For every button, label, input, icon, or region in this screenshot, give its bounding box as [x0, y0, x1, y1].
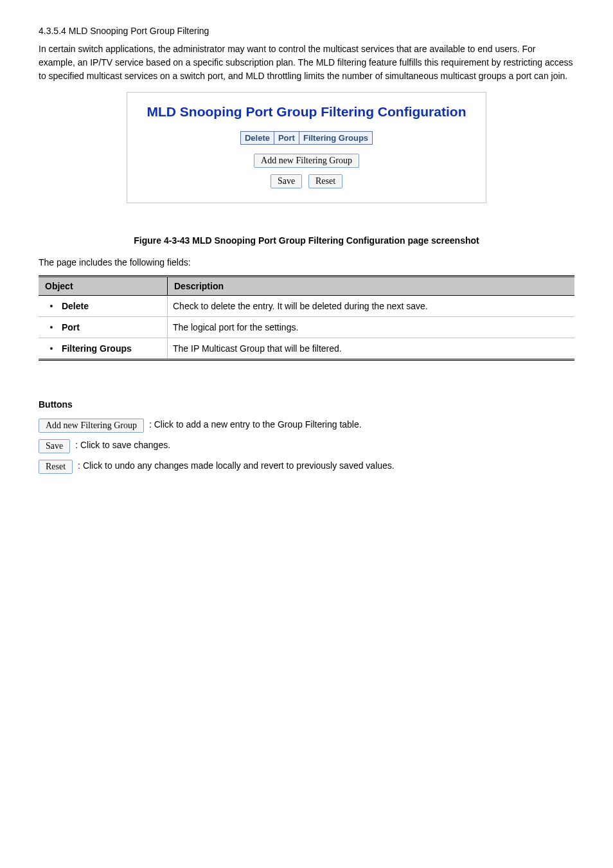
table-row: • Port The logical port for the settings…: [39, 317, 574, 338]
object-name: Filtering Groups: [62, 343, 132, 354]
button-explain-text: : Click to undo any changes made locally…: [78, 460, 395, 471]
section-number: 4.3.5.4: [39, 26, 66, 36]
button-explain-row: Save : Click to save changes.: [39, 439, 574, 453]
config-panel: MLD Snooping Port Group Filtering Config…: [127, 92, 486, 203]
description-table: Object Description • Delete Check to del…: [39, 275, 574, 361]
reset-button[interactable]: Reset: [308, 174, 342, 188]
buttons-section-title: Buttons: [39, 399, 574, 410]
header-object: Object: [39, 276, 168, 296]
button-explain-text: : Click to save changes.: [75, 439, 170, 450]
bullet-icon: •: [44, 301, 59, 311]
col-filtering-groups: Filtering Groups: [299, 132, 372, 145]
table-row: • Filtering Groups The IP Multicast Grou…: [39, 338, 574, 360]
object-name: Port: [62, 322, 80, 332]
header-description: Description: [168, 276, 575, 296]
config-table: Delete Port Filtering Groups: [240, 131, 373, 145]
bullet-icon: •: [44, 343, 59, 354]
bullet-icon: •: [44, 322, 59, 332]
save-button-sample[interactable]: Save: [39, 439, 70, 453]
intro-paragraph: In certain switch applications, the admi…: [39, 42, 574, 83]
button-explain-row: Reset : Click to undo any changes made l…: [39, 460, 574, 474]
button-explain-row: Add new Filtering Group : Click to add a…: [39, 419, 574, 433]
add-filtering-group-button-sample[interactable]: Add new Filtering Group: [39, 419, 144, 433]
object-description: The IP Multicast Group that will be filt…: [168, 338, 575, 360]
description-header-row: Object Description: [39, 276, 574, 296]
figure-caption: Figure 4-3-43 MLD Snooping Port Group Fi…: [39, 235, 574, 246]
col-delete: Delete: [240, 132, 274, 145]
section-title: MLD Snooping Port Group Filtering: [69, 26, 209, 36]
panel-heading: MLD Snooping Port Group Filtering Config…: [127, 104, 486, 120]
save-button[interactable]: Save: [271, 174, 302, 188]
table-row: • Delete Check to delete the entry. It w…: [39, 296, 574, 317]
add-filtering-group-button[interactable]: Add new Filtering Group: [254, 154, 359, 168]
object-description: The logical port for the settings.: [168, 317, 575, 338]
object-name: Delete: [62, 301, 89, 311]
col-port: Port: [274, 132, 299, 145]
description-intro: The page includes the following fields:: [39, 257, 574, 267]
button-explain-text: : Click to add a new entry to the Group …: [149, 419, 362, 429]
section-heading: 4.3.5.4 MLD Snooping Port Group Filterin…: [39, 26, 574, 36]
reset-button-sample[interactable]: Reset: [39, 460, 73, 474]
object-description: Check to delete the entry. It will be de…: [168, 296, 575, 317]
figure-caption-text: Figure 4-3-43 MLD Snooping Port Group Fi…: [134, 235, 479, 246]
